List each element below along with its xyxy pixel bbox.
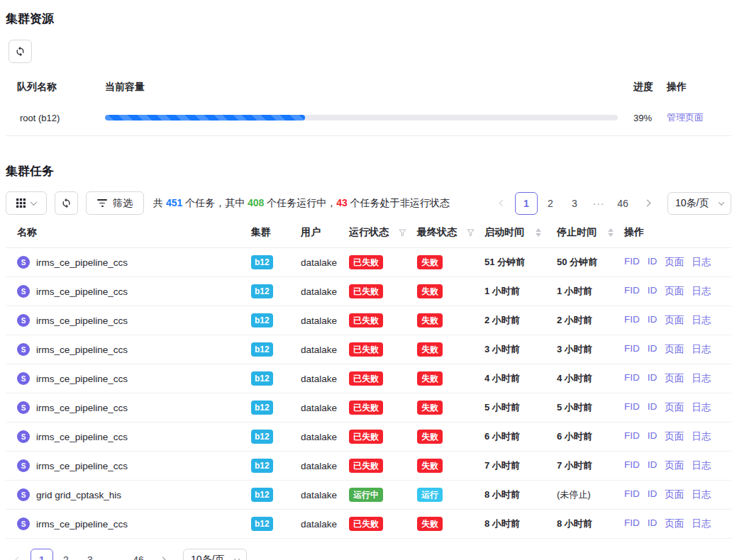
- refresh-tasks-button[interactable]: [55, 191, 78, 215]
- total-tasks-count: 451: [166, 197, 182, 208]
- action-link-页面[interactable]: 页面: [665, 285, 684, 298]
- pagination-ellipsis[interactable]: ···: [587, 192, 610, 215]
- action-link-页面[interactable]: 页面: [665, 343, 684, 356]
- cluster-badge: b12: [251, 284, 273, 298]
- capacity-progress-fill: [105, 115, 305, 121]
- table-row: S irms_ce_pipeline_ccs b12 datalake 已失败 …: [6, 393, 731, 422]
- avatar: S: [17, 343, 30, 356]
- pagination-page-1[interactable]: 1: [31, 549, 53, 560]
- grid-view-icon: [16, 198, 26, 208]
- action-link-日志[interactable]: 日志: [692, 314, 711, 327]
- action-link-页面[interactable]: 页面: [665, 256, 684, 269]
- summary-text: 个任务处于非运行状态: [348, 197, 450, 208]
- action-link-fid[interactable]: FID: [624, 459, 640, 472]
- action-link-页面[interactable]: 页面: [665, 401, 684, 414]
- action-link-日志[interactable]: 日志: [692, 343, 711, 356]
- pagination-page-2[interactable]: 2: [539, 192, 562, 215]
- pagination-ellipsis[interactable]: ···: [103, 549, 126, 560]
- action-link-页面[interactable]: 页面: [665, 488, 684, 501]
- cluster-badge: b12: [251, 371, 273, 386]
- col-action: 操作: [667, 81, 720, 94]
- action-link-fid[interactable]: FID: [624, 430, 640, 443]
- action-link-id[interactable]: ID: [648, 314, 658, 327]
- action-link-fid[interactable]: FID: [624, 488, 640, 501]
- refresh-resources-button[interactable]: [9, 40, 32, 63]
- action-link-日志[interactable]: 日志: [692, 256, 711, 269]
- filter-funnel-icon[interactable]: [398, 228, 407, 237]
- col-cluster: 集群: [251, 226, 301, 239]
- action-link-id[interactable]: ID: [648, 430, 658, 443]
- action-link-日志[interactable]: 日志: [692, 401, 711, 414]
- page-size-value: 10条/页: [675, 197, 709, 210]
- table-row: S irms_ce_pipeline_ccs b12 datalake 已失败 …: [6, 422, 731, 452]
- view-switch-button[interactable]: [6, 191, 47, 215]
- sort-stop-time-button[interactable]: [608, 228, 614, 237]
- run-status-badge: 已失败: [349, 517, 383, 531]
- action-link-id[interactable]: ID: [648, 401, 658, 414]
- user-name: datalake: [301, 403, 349, 413]
- filter-funnel-icon[interactable]: [466, 228, 475, 237]
- pagination-page-46[interactable]: 46: [611, 192, 634, 215]
- page-size-select[interactable]: 10条/页: [667, 192, 731, 215]
- filter-button[interactable]: 筛选: [86, 191, 144, 215]
- col-start-time: 启动时间: [484, 226, 557, 239]
- task-name: irms_ce_pipeline_ccs: [36, 519, 128, 530]
- resources-table-header: 队列名称 当前容量 进度 操作: [6, 63, 731, 103]
- pagination-page-1[interactable]: 1: [515, 192, 538, 215]
- task-name: irms_ce_pipeline_ccs: [36, 403, 128, 413]
- sort-start-time-button[interactable]: [536, 228, 541, 237]
- pagination-page-3[interactable]: 3: [79, 549, 101, 560]
- progress-value: 39%: [633, 113, 667, 123]
- action-link-id[interactable]: ID: [648, 517, 658, 530]
- action-link-fid[interactable]: FID: [624, 372, 640, 385]
- pagination-page-46[interactable]: 46: [127, 549, 150, 560]
- action-link-日志[interactable]: 日志: [692, 459, 711, 472]
- refresh-icon: [61, 198, 72, 208]
- chevron-down-icon: [234, 556, 240, 560]
- action-link-fid[interactable]: FID: [624, 314, 640, 327]
- action-link-日志[interactable]: 日志: [692, 430, 711, 443]
- pagination-next-button[interactable]: [636, 192, 658, 215]
- pagination-prev-button[interactable]: [491, 192, 514, 215]
- col-user: 用户: [301, 226, 349, 239]
- action-link-id[interactable]: ID: [648, 256, 658, 269]
- table-row: S irms_ce_pipeline_ccs b12 datalake 已失败 …: [6, 248, 731, 277]
- action-link-fid[interactable]: FID: [624, 517, 640, 530]
- pagination-page-2[interactable]: 2: [55, 549, 77, 560]
- action-link-页面[interactable]: 页面: [665, 430, 684, 443]
- action-link-fid[interactable]: FID: [624, 343, 640, 356]
- pagination-page-3[interactable]: 3: [563, 192, 586, 215]
- action-link-日志[interactable]: 日志: [692, 285, 711, 298]
- action-link-页面[interactable]: 页面: [665, 372, 684, 385]
- chevron-down-icon: [31, 198, 38, 206]
- action-link-id[interactable]: ID: [648, 488, 658, 501]
- task-name: irms_ce_pipeline_ccs: [36, 374, 128, 384]
- action-link-fid[interactable]: FID: [624, 401, 640, 414]
- col-actions: 操作: [624, 226, 720, 239]
- page-size-select[interactable]: 10条/页: [183, 549, 247, 560]
- stop-time: 50 分钟前: [557, 256, 624, 269]
- action-link-id[interactable]: ID: [648, 372, 658, 385]
- action-link-id[interactable]: ID: [648, 285, 658, 298]
- col-name: 名称: [17, 226, 251, 239]
- action-link-fid[interactable]: FID: [624, 285, 640, 298]
- action-link-页面[interactable]: 页面: [665, 314, 684, 327]
- run-status-badge: 已失败: [349, 401, 383, 415]
- col-final-status: 最终状态: [417, 226, 484, 239]
- start-time: 4 小时前: [484, 372, 557, 385]
- action-link-fid[interactable]: FID: [624, 256, 640, 269]
- row-actions: FIDID页面日志: [624, 256, 720, 269]
- pagination-prev-button[interactable]: [6, 549, 29, 560]
- action-link-日志[interactable]: 日志: [692, 488, 711, 501]
- action-link-日志[interactable]: 日志: [692, 372, 711, 385]
- action-link-id[interactable]: ID: [648, 343, 658, 356]
- stop-time: 4 小时前: [557, 372, 624, 385]
- manage-page-link[interactable]: 管理页面: [667, 112, 704, 123]
- final-status-badge: 失败: [417, 459, 443, 473]
- cluster-badge: b12: [251, 430, 273, 444]
- action-link-id[interactable]: ID: [648, 459, 658, 472]
- action-link-页面[interactable]: 页面: [665, 459, 684, 472]
- action-link-页面[interactable]: 页面: [665, 517, 684, 530]
- pagination-next-button[interactable]: [151, 549, 174, 560]
- action-link-日志[interactable]: 日志: [692, 517, 711, 530]
